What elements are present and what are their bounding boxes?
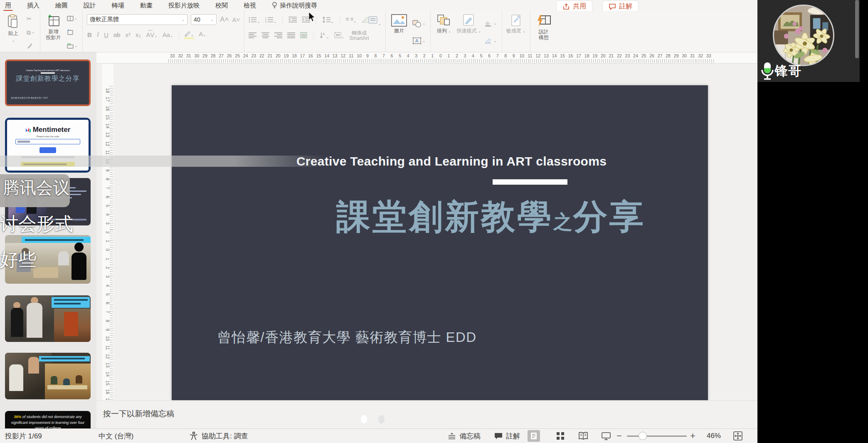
zoom-in-button[interactable]: + bbox=[690, 429, 695, 443]
align-center-button[interactable] bbox=[261, 32, 269, 40]
notes-toggle[interactable]: 備忘稿 bbox=[448, 429, 481, 443]
shape-outline-button[interactable]: ⌄ bbox=[484, 37, 498, 45]
slide-sorter-view-button[interactable] bbox=[554, 430, 567, 442]
menu-tab-5[interactable]: 動畫 bbox=[139, 0, 153, 11]
thumb5-caption-bar bbox=[52, 297, 90, 308]
smartart-graphic-icon[interactable]: ⌄ bbox=[361, 14, 381, 26]
quick-styles-button[interactable]: 快速樣式 ⌄ bbox=[456, 14, 481, 50]
new-slide-button[interactable]: 新增 投影片 bbox=[44, 14, 63, 50]
thumbnail-slide-7[interactable]: 36% of students did not demonstrate any … bbox=[5, 411, 91, 428]
menu-tab-2[interactable]: 繪圖 bbox=[54, 0, 69, 11]
paste-chevron: ⌄ bbox=[12, 38, 15, 42]
thumbnail-slide-1[interactable]: Creative Teaching and Learning in ART cl… bbox=[5, 59, 91, 106]
fit-to-window-button[interactable] bbox=[733, 429, 742, 443]
align-right-icon bbox=[274, 32, 282, 38]
menu-tab-0[interactable]: 用 bbox=[4, 0, 12, 11]
columns-button[interactable]: ⌄ bbox=[346, 17, 357, 24]
menu-tab-9[interactable]: 操作說明搜尋 bbox=[271, 0, 318, 11]
sensitivity-button[interactable]: 敏感度 ⌄ bbox=[506, 14, 526, 50]
justify-button[interactable] bbox=[287, 32, 295, 40]
layout-icon bbox=[67, 16, 74, 21]
reset-icon bbox=[67, 30, 74, 35]
bold-button[interactable]: B bbox=[87, 31, 92, 38]
align-text-button[interactable]: ⌄ bbox=[334, 32, 345, 40]
clipboard-group: 貼上⌄ ✂ ⧉⌄ bbox=[0, 11, 40, 52]
font-size-select[interactable]: 40⌄ bbox=[191, 14, 217, 25]
subscript-button[interactable]: x₂ bbox=[135, 31, 141, 38]
thumbnail-slide-5[interactable] bbox=[5, 295, 91, 342]
accessibility-icon bbox=[189, 431, 198, 441]
slide-title-zh-tail: 分享 bbox=[573, 198, 646, 235]
text-direction-button[interactable]: A⌄ bbox=[319, 32, 329, 40]
character-spacing-button[interactable]: A︠V︡⌄ bbox=[145, 31, 158, 38]
comments-label: 註解 bbox=[619, 2, 632, 11]
decrease-font-button[interactable]: A˅ bbox=[232, 16, 240, 23]
slideshow-view-button[interactable] bbox=[600, 430, 612, 442]
decrease-indent-button[interactable] bbox=[289, 17, 297, 24]
reading-view-button[interactable] bbox=[577, 430, 589, 442]
align-right-button[interactable] bbox=[274, 32, 282, 40]
zoom-slider[interactable] bbox=[627, 436, 687, 437]
zoom-percentage[interactable]: 46% bbox=[707, 429, 721, 443]
shape-fill-button[interactable]: ⌄ bbox=[484, 20, 498, 27]
shapes-button[interactable]: ⌄ bbox=[412, 19, 427, 28]
add-remove-columns-button[interactable] bbox=[300, 32, 307, 40]
avatar-photo-flowers bbox=[774, 6, 834, 66]
meeting-video-tile[interactable]: 锋哥 bbox=[757, 0, 868, 82]
notes-pane[interactable]: 按一下以新增備忘稿 bbox=[96, 401, 757, 428]
increase-font-button[interactable]: A˄ bbox=[220, 15, 229, 24]
menu-tab-7[interactable]: 校閱 bbox=[215, 0, 229, 11]
normal-view-icon bbox=[530, 432, 538, 440]
convert-smartart-button[interactable]: 轉換成 SmartArt bbox=[349, 30, 369, 41]
numbering-button[interactable]: 123⌄ bbox=[265, 17, 277, 24]
reset-button[interactable] bbox=[66, 29, 79, 36]
share-label: 共用 bbox=[573, 2, 586, 11]
highlight-color-button[interactable]: 🖉⌄ bbox=[184, 30, 195, 39]
menu-tab-6[interactable]: 投影片放映 bbox=[168, 0, 200, 11]
superscript-button[interactable]: x² bbox=[125, 31, 131, 38]
menu-tab-4[interactable]: 轉場 bbox=[111, 0, 125, 11]
justify-icon bbox=[287, 32, 295, 38]
comments-toggle[interactable]: 註解 bbox=[494, 429, 520, 443]
design-ideas-group: 設計 構想 bbox=[530, 11, 557, 52]
section-button[interactable]: ⌄ bbox=[66, 42, 79, 49]
strikethrough-button[interactable]: ab bbox=[113, 31, 121, 38]
language-indicator[interactable]: 中文 (台灣) bbox=[99, 429, 133, 443]
font-name-select[interactable]: 微軟正黑體⌄ bbox=[87, 14, 187, 25]
slide-title-zh: 課堂創新教學之分享 bbox=[336, 194, 646, 240]
mentimeter-logo-text: Mentimeter bbox=[33, 126, 71, 134]
meeting-panel-scrollbar[interactable] bbox=[855, 0, 859, 58]
font-color-button[interactable]: A⌄ bbox=[198, 30, 207, 39]
text-box-button[interactable]: A⌄ bbox=[412, 36, 427, 45]
line-spacing-button[interactable]: ⌄ bbox=[322, 17, 334, 24]
cut-button[interactable]: ✂ bbox=[26, 15, 36, 22]
format-painter-button[interactable] bbox=[26, 42, 36, 49]
normal-view-button[interactable] bbox=[528, 430, 540, 442]
paste-button[interactable]: 貼上⌄ bbox=[4, 14, 22, 50]
menu-tab-3[interactable]: 設計 bbox=[83, 0, 97, 11]
underline-button[interactable]: U bbox=[104, 31, 109, 38]
thumbnail-slide-6[interactable] bbox=[5, 353, 91, 399]
copy-button[interactable]: ⧉⌄ bbox=[26, 29, 36, 36]
slide-canvas[interactable]: Creative Teaching and Learning in ART cl… bbox=[172, 85, 708, 400]
bullets-button[interactable]: ⌄ bbox=[249, 17, 260, 24]
svg-text:A: A bbox=[415, 38, 419, 43]
align-left-button[interactable] bbox=[249, 32, 256, 40]
menu-tab-8[interactable]: 檢視 bbox=[243, 0, 257, 11]
zoom-out-button[interactable]: − bbox=[616, 429, 622, 443]
quick-styles-icon bbox=[462, 14, 476, 27]
quick-styles-label: 快速樣式 bbox=[456, 28, 476, 34]
menu-tab-1[interactable]: 插入 bbox=[26, 0, 40, 11]
line-spacing-icon bbox=[322, 17, 330, 23]
italic-button[interactable]: I bbox=[96, 31, 99, 38]
thumb1-underline bbox=[41, 72, 55, 74]
layout-button[interactable]: ⌄ bbox=[66, 15, 79, 22]
dot-1 bbox=[361, 415, 367, 423]
design-ideas-button[interactable]: 設計 構想 bbox=[535, 14, 553, 50]
meeting-panel-background bbox=[757, 82, 868, 443]
zoom-slider-knob[interactable] bbox=[639, 432, 647, 440]
arrange-button[interactable]: 排列 ⌄ bbox=[435, 14, 453, 50]
accessibility-status[interactable]: 協助工具: 調查 bbox=[189, 429, 248, 443]
picture-button[interactable]: 圖片 bbox=[390, 14, 408, 50]
change-case-button[interactable]: Aa⌄ bbox=[162, 31, 174, 38]
